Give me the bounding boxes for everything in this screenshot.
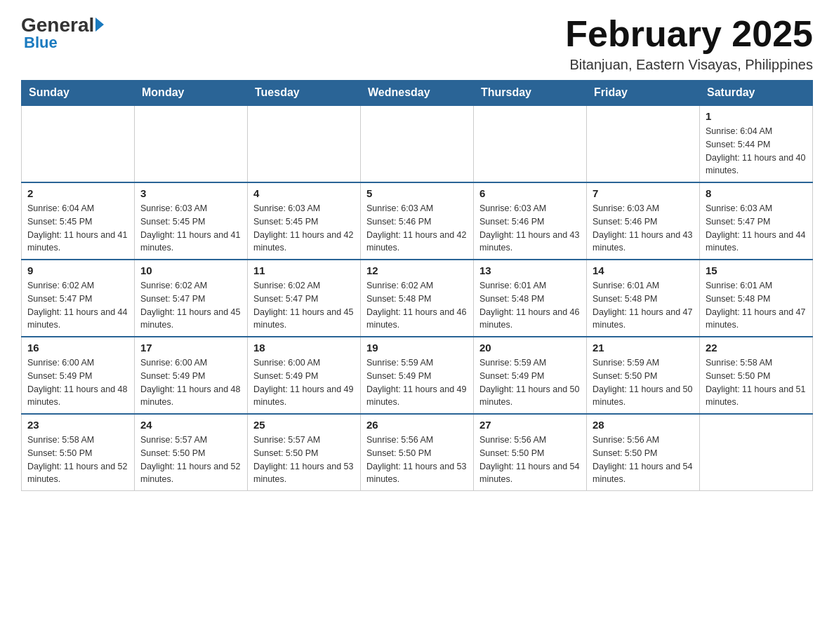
calendar-week-row: 9Sunrise: 6:02 AMSunset: 5:47 PMDaylight… — [22, 260, 813, 337]
calendar-cell — [700, 414, 813, 491]
calendar-cell: 2Sunrise: 6:04 AMSunset: 5:45 PMDaylight… — [22, 182, 135, 260]
day-of-week-header: Thursday — [474, 81, 587, 106]
day-of-week-header: Friday — [587, 81, 700, 106]
calendar-cell: 28Sunrise: 5:56 AMSunset: 5:50 PMDayligh… — [587, 414, 700, 491]
day-info: Sunrise: 5:56 AMSunset: 5:50 PMDaylight:… — [366, 434, 468, 486]
day-number: 25 — [253, 419, 355, 431]
calendar-cell: 23Sunrise: 5:58 AMSunset: 5:50 PMDayligh… — [22, 414, 135, 491]
day-info: Sunrise: 5:58 AMSunset: 5:50 PMDaylight:… — [706, 356, 807, 409]
day-of-week-header: Sunday — [22, 81, 135, 106]
day-of-week-header: Monday — [135, 81, 248, 106]
day-info: Sunrise: 6:01 AMSunset: 5:48 PMDaylight:… — [479, 279, 581, 332]
calendar-header-row: SundayMondayTuesdayWednesdayThursdayFrid… — [22, 81, 813, 106]
day-info: Sunrise: 6:02 AMSunset: 5:47 PMDaylight:… — [253, 279, 355, 332]
day-info: Sunrise: 6:03 AMSunset: 5:46 PMDaylight:… — [593, 202, 694, 255]
day-info: Sunrise: 5:56 AMSunset: 5:50 PMDaylight:… — [593, 434, 694, 486]
location-text: Bitanjuan, Eastern Visayas, Philippines — [565, 57, 813, 73]
calendar-cell: 27Sunrise: 5:56 AMSunset: 5:50 PMDayligh… — [474, 414, 587, 491]
day-number: 8 — [706, 187, 807, 199]
day-number: 12 — [366, 264, 468, 276]
calendar-cell: 26Sunrise: 5:56 AMSunset: 5:50 PMDayligh… — [361, 414, 474, 491]
calendar-cell: 10Sunrise: 6:02 AMSunset: 5:47 PMDayligh… — [135, 260, 248, 337]
day-number: 16 — [27, 342, 128, 354]
calendar-cell — [22, 105, 135, 182]
title-block: February 2025 Bitanjuan, Eastern Visayas… — [565, 14, 813, 73]
calendar-cell: 25Sunrise: 5:57 AMSunset: 5:50 PMDayligh… — [248, 414, 361, 491]
day-number: 11 — [253, 264, 355, 276]
calendar-cell: 8Sunrise: 6:03 AMSunset: 5:47 PMDaylight… — [700, 182, 813, 260]
day-info: Sunrise: 6:02 AMSunset: 5:47 PMDaylight:… — [140, 279, 241, 332]
calendar-cell: 6Sunrise: 6:03 AMSunset: 5:46 PMDaylight… — [474, 182, 587, 260]
day-number: 3 — [140, 187, 241, 199]
calendar-cell — [248, 105, 361, 182]
calendar-cell: 15Sunrise: 6:01 AMSunset: 5:48 PMDayligh… — [700, 260, 813, 337]
day-info: Sunrise: 6:01 AMSunset: 5:48 PMDaylight:… — [706, 279, 807, 332]
day-info: Sunrise: 5:59 AMSunset: 5:50 PMDaylight:… — [593, 356, 694, 409]
day-number: 24 — [140, 419, 241, 431]
day-number: 2 — [27, 187, 128, 199]
calendar-week-row: 23Sunrise: 5:58 AMSunset: 5:50 PMDayligh… — [22, 414, 813, 491]
logo-blue-text: Blue — [24, 34, 58, 52]
day-number: 21 — [593, 342, 694, 354]
day-info: Sunrise: 6:00 AMSunset: 5:49 PMDaylight:… — [253, 356, 355, 409]
day-number: 27 — [479, 419, 581, 431]
day-info: Sunrise: 6:04 AMSunset: 5:45 PMDaylight:… — [27, 202, 128, 255]
calendar-cell: 5Sunrise: 6:03 AMSunset: 5:46 PMDaylight… — [361, 182, 474, 260]
day-of-week-header: Saturday — [700, 81, 813, 106]
calendar-table: SundayMondayTuesdayWednesdayThursdayFrid… — [21, 80, 813, 491]
calendar-week-row: 2Sunrise: 6:04 AMSunset: 5:45 PMDaylight… — [22, 182, 813, 260]
day-info: Sunrise: 6:01 AMSunset: 5:48 PMDaylight:… — [593, 279, 694, 332]
calendar-cell: 3Sunrise: 6:03 AMSunset: 5:45 PMDaylight… — [135, 182, 248, 260]
day-info: Sunrise: 6:03 AMSunset: 5:47 PMDaylight:… — [706, 202, 807, 255]
day-number: 23 — [27, 419, 128, 431]
day-number: 13 — [479, 264, 581, 276]
day-number: 28 — [593, 419, 694, 431]
day-info: Sunrise: 6:02 AMSunset: 5:48 PMDaylight:… — [366, 279, 468, 332]
day-info: Sunrise: 5:56 AMSunset: 5:50 PMDaylight:… — [479, 434, 581, 486]
day-number: 15 — [706, 264, 807, 276]
calendar-cell — [361, 105, 474, 182]
calendar-cell: 14Sunrise: 6:01 AMSunset: 5:48 PMDayligh… — [587, 260, 700, 337]
day-number: 17 — [140, 342, 241, 354]
day-info: Sunrise: 6:04 AMSunset: 5:44 PMDaylight:… — [706, 125, 807, 177]
day-info: Sunrise: 5:59 AMSunset: 5:49 PMDaylight:… — [366, 356, 468, 409]
day-number: 19 — [366, 342, 468, 354]
calendar-cell: 22Sunrise: 5:58 AMSunset: 5:50 PMDayligh… — [700, 337, 813, 414]
calendar-cell: 21Sunrise: 5:59 AMSunset: 5:50 PMDayligh… — [587, 337, 700, 414]
day-number: 18 — [253, 342, 355, 354]
day-number: 4 — [253, 187, 355, 199]
day-info: Sunrise: 6:03 AMSunset: 5:45 PMDaylight:… — [253, 202, 355, 255]
calendar-cell — [474, 105, 587, 182]
day-number: 14 — [593, 264, 694, 276]
calendar-cell: 7Sunrise: 6:03 AMSunset: 5:46 PMDaylight… — [587, 182, 700, 260]
day-info: Sunrise: 6:03 AMSunset: 5:46 PMDaylight:… — [366, 202, 468, 255]
calendar-week-row: 16Sunrise: 6:00 AMSunset: 5:49 PMDayligh… — [22, 337, 813, 414]
calendar-cell — [135, 105, 248, 182]
calendar-cell: 12Sunrise: 6:02 AMSunset: 5:48 PMDayligh… — [361, 260, 474, 337]
calendar-cell: 24Sunrise: 5:57 AMSunset: 5:50 PMDayligh… — [135, 414, 248, 491]
day-of-week-header: Tuesday — [248, 81, 361, 106]
day-info: Sunrise: 6:03 AMSunset: 5:46 PMDaylight:… — [479, 202, 581, 255]
calendar-cell: 17Sunrise: 6:00 AMSunset: 5:49 PMDayligh… — [135, 337, 248, 414]
day-info: Sunrise: 5:57 AMSunset: 5:50 PMDaylight:… — [253, 434, 355, 486]
day-number: 20 — [479, 342, 581, 354]
day-info: Sunrise: 6:00 AMSunset: 5:49 PMDaylight:… — [27, 356, 128, 409]
month-title: February 2025 — [565, 14, 813, 54]
calendar-cell: 1Sunrise: 6:04 AMSunset: 5:44 PMDaylight… — [700, 105, 813, 182]
calendar-cell: 20Sunrise: 5:59 AMSunset: 5:49 PMDayligh… — [474, 337, 587, 414]
day-info: Sunrise: 6:02 AMSunset: 5:47 PMDaylight:… — [27, 279, 128, 332]
day-number: 26 — [366, 419, 468, 431]
day-info: Sunrise: 6:00 AMSunset: 5:49 PMDaylight:… — [140, 356, 241, 409]
calendar-cell: 16Sunrise: 6:00 AMSunset: 5:49 PMDayligh… — [22, 337, 135, 414]
day-info: Sunrise: 6:03 AMSunset: 5:45 PMDaylight:… — [140, 202, 241, 255]
day-number: 22 — [706, 342, 807, 354]
day-info: Sunrise: 5:58 AMSunset: 5:50 PMDaylight:… — [27, 434, 128, 486]
calendar-cell: 19Sunrise: 5:59 AMSunset: 5:49 PMDayligh… — [361, 337, 474, 414]
day-number: 6 — [479, 187, 581, 199]
calendar-cell — [587, 105, 700, 182]
day-info: Sunrise: 5:57 AMSunset: 5:50 PMDaylight:… — [140, 434, 241, 486]
calendar-cell: 4Sunrise: 6:03 AMSunset: 5:45 PMDaylight… — [248, 182, 361, 260]
calendar-cell: 13Sunrise: 6:01 AMSunset: 5:48 PMDayligh… — [474, 260, 587, 337]
day-number: 9 — [27, 264, 128, 276]
page-header: General Blue February 2025 Bitanjuan, Ea… — [21, 14, 813, 73]
